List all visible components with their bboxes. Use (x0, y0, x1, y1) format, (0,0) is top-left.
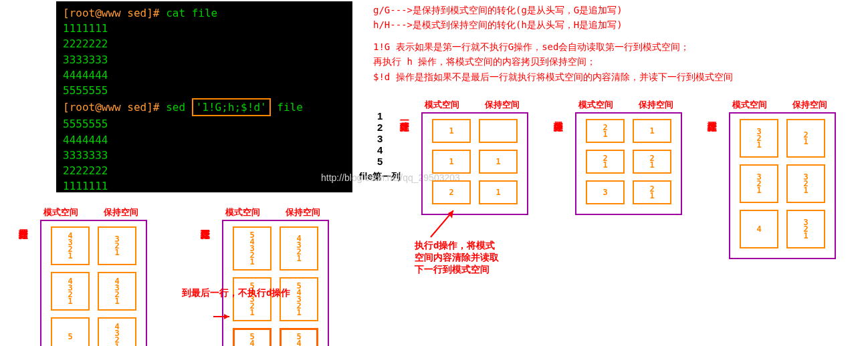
stage-5-note: 到最后一行，不执行d操作 (182, 287, 290, 299)
header-pattern: 模式空间 (729, 99, 770, 111)
pattern-cell: 4321 (51, 226, 90, 265)
pattern-cell: 1 (432, 119, 471, 143)
svg-marker-3 (224, 314, 229, 319)
arrow-note-line: 下一行到模式空间 (415, 263, 499, 275)
hold-cell: 321 (786, 164, 825, 203)
out-line: 5555555 (63, 83, 346, 98)
arrow-note: 执行d操作，将模式 空间内容清除并读取 下一行到模式空间 (415, 239, 499, 276)
out-line: 4444444 (63, 67, 346, 83)
file-num: 2 (359, 122, 401, 133)
pattern-cell: 321 (740, 119, 778, 158)
command-cat: cat file (166, 7, 217, 19)
header-hold: 保持空间 (481, 99, 523, 111)
pattern-cell: 4 (740, 210, 778, 248)
file-column: 1 2 3 4 5 file第一列 (359, 110, 401, 183)
hold-cell: 1 (479, 180, 518, 204)
hold-cell: 54321 (280, 328, 318, 346)
file-num: 4 (359, 144, 401, 156)
out-line: 5555555 (63, 116, 346, 132)
header-pattern: 模式空间 (575, 99, 617, 111)
hold-cell: 321 (98, 226, 136, 265)
command-sed-pre: sed (166, 101, 185, 114)
out-line: 2222222 (63, 36, 346, 51)
pattern-cell: 5 (51, 317, 90, 346)
column-headers: 模式空间保持空间 (421, 99, 528, 111)
pattern-cell: 21 (586, 119, 625, 143)
arrow-note-line: 执行d操作，将模式 (415, 239, 499, 251)
header-hold: 保持空间 (635, 99, 677, 111)
arrow-icon (213, 310, 233, 323)
hold-cell: 4321 (280, 226, 318, 271)
pattern-cell: 4321 (51, 272, 90, 311)
file-num: 3 (359, 133, 401, 144)
note-line: 再执行 h 操作，将模式空间的内容拷贝到保持空间； (373, 54, 733, 69)
pattern-cell: 54321 (233, 226, 272, 271)
command-sed-post: file (277, 101, 303, 114)
svg-marker-1 (448, 210, 453, 218)
note-line: $!d 操作是指如果不是最后一行就执行将模式空间的内容清除，并读下一行到模式空间 (373, 69, 733, 84)
stage-3: 处理第三行 模式空间保持空间 32121 321321 4321 (729, 99, 836, 259)
file-label: file第一列 (359, 171, 401, 183)
hold-cell: 321 (786, 210, 825, 248)
pattern-cell: 21 (586, 150, 625, 174)
hold-cell: 21 (633, 180, 671, 204)
out-line: 4444444 (63, 132, 346, 148)
header-pattern: 模式空间 (222, 206, 263, 218)
hold-cell: 21 (633, 150, 671, 174)
out-line: 2222222 (63, 163, 346, 178)
prompt: [root@www sed]# (63, 101, 160, 114)
pattern-cell: 54321 (233, 328, 272, 346)
hold-cell (479, 119, 518, 143)
hold-cell: 4321 (98, 272, 136, 311)
sed-script-highlight: '1!G;h;$!d' (192, 98, 271, 116)
file-num: 1 (359, 110, 401, 122)
header-hold: 保持空间 (282, 206, 324, 218)
terminal: [root@www sed]# cat file 1111111 2222222… (56, 1, 352, 192)
stage-2: 处理第二行 模式空间保持空间 211 2121 321 (575, 99, 682, 215)
prompt: [root@www sed]# (63, 7, 160, 19)
out-line: 3333333 (63, 52, 346, 67)
pattern-cell: 1 (432, 150, 471, 174)
note-line: h/H--->是模式到保持空间的转化(h是从头写，H是追加写) (373, 17, 733, 32)
header-pattern: 模式空间 (421, 99, 463, 111)
header-hold: 保持空间 (100, 206, 142, 218)
pattern-cell: 321 (740, 164, 778, 203)
hold-cell: 1 (479, 150, 518, 174)
stage-5: 处理第五行 到最后一行，不执行d操作 模式空间保持空间 543214321 54… (222, 206, 329, 346)
hold-cell: 54321 (280, 277, 318, 321)
out-line: 1111111 (63, 178, 346, 194)
pattern-cell: 54321 (233, 277, 272, 321)
hold-cell: 4321 (98, 317, 136, 346)
header-hold: 保持空间 (789, 99, 831, 111)
note-line: 1!G 表示如果是第一行就不执行G操作，sed会自动读取第一行到模式空间； (373, 39, 733, 54)
hold-cell: 1 (633, 119, 671, 143)
arrow-note-line: 空间内容清除并读取 (415, 251, 499, 263)
out-line: 1111111 (63, 21, 346, 36)
explanation-text: g/G--->是保持到模式空间的转化(g是从头写，G是追加写) h/H--->是… (373, 3, 733, 84)
header-pattern: 模式空间 (40, 206, 82, 218)
note-line: g/G--->是保持到模式空间的转化(g是从头写，G是追加写) (373, 3, 733, 17)
stage-1: 处理第一行 模式空间保持空间 1 11 21 (421, 99, 528, 215)
stage-4: 处理第四行 模式空间保持空间 4321321 43214321 54321 (40, 206, 147, 346)
pattern-cell: 2 (432, 180, 471, 204)
file-num: 5 (359, 156, 401, 167)
pattern-cell: 3 (586, 180, 625, 204)
hold-cell: 21 (786, 119, 825, 158)
out-line: 3333333 (63, 148, 346, 163)
